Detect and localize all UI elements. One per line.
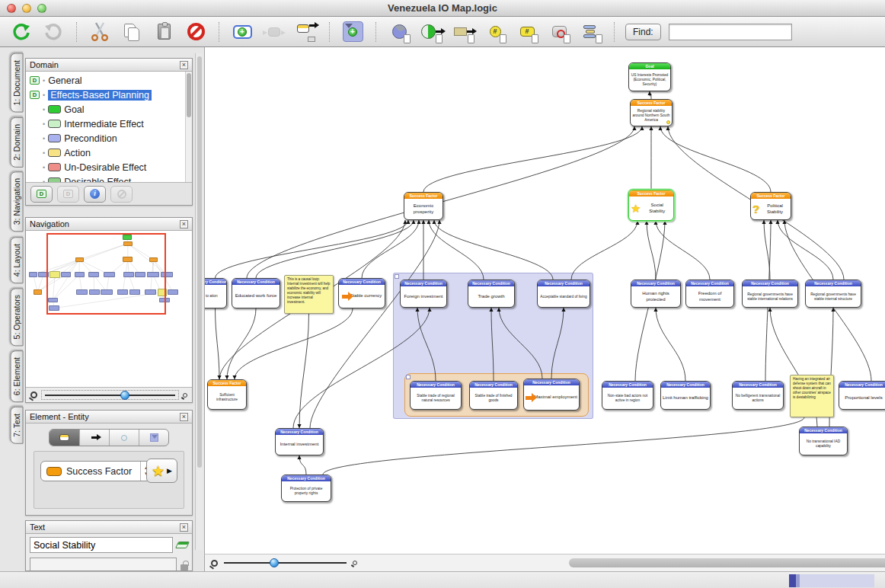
close-icon[interactable]: × bbox=[180, 61, 188, 69]
minimap-viewport[interactable] bbox=[46, 233, 166, 315]
arrow-icon bbox=[436, 30, 442, 33]
node-nc-currency[interactable]: Necessary ConditionStable currency bbox=[338, 278, 385, 308]
copy-button[interactable] bbox=[120, 21, 144, 43]
add-entity-button[interactable]: + bbox=[230, 21, 254, 43]
domain-tree-item[interactable]: •Precondition bbox=[26, 131, 192, 145]
add-domain-button[interactable]: D bbox=[30, 186, 53, 203]
node-nc-non-state[interactable]: Necessary ConditionNon-state bad actors … bbox=[602, 381, 653, 410]
domain-tree-item[interactable]: D•Effects-Based Planning bbox=[26, 88, 192, 102]
node-nc-internal[interactable]: Necessary ConditionInternal investment bbox=[275, 428, 324, 455]
close-icon[interactable]: × bbox=[180, 413, 188, 421]
marker-dot bbox=[666, 120, 670, 124]
edit-text-icon[interactable] bbox=[175, 542, 190, 548]
canvas-zoom-slider[interactable] bbox=[222, 558, 348, 568]
pie-report-button[interactable] bbox=[387, 21, 411, 43]
transform-entity-button[interactable] bbox=[294, 21, 318, 43]
domain-tree-scrollbar[interactable] bbox=[185, 72, 192, 182]
select-tool-button[interactable]: + bbox=[340, 21, 365, 43]
redo-button[interactable] bbox=[41, 21, 65, 43]
sidebar-tab-layout[interactable]: 4: Layout bbox=[11, 237, 24, 283]
node-nc-traffick[interactable]: Necessary ConditionLimit human trafficki… bbox=[660, 381, 711, 410]
node-nc-no-trans[interactable]: Necessary ConditionNo transnational IAD … bbox=[799, 427, 848, 455]
domain-tree-item[interactable]: •Intermediate Effect bbox=[26, 117, 192, 131]
node-nc-standard[interactable]: Necessary ConditionAcceptable standard o… bbox=[537, 280, 590, 308]
domain-info-button[interactable]: i bbox=[84, 186, 106, 203]
tab-region[interactable] bbox=[139, 430, 168, 446]
node-sf-economic[interactable]: Success FactorEconomic prosperity bbox=[404, 192, 443, 220]
node-label: Stable trade of finished goods bbox=[470, 388, 517, 409]
node-nc-trade-fin[interactable]: Necessary ConditionStable trade of finis… bbox=[469, 381, 518, 410]
domain-tree-item[interactable]: •Un-Desirable Effect bbox=[26, 160, 192, 174]
node-nc-maximal[interactable]: Necessary ConditionMaximal employment bbox=[523, 379, 580, 411]
zoom-out-icon[interactable] bbox=[211, 560, 218, 567]
entity-report-button[interactable] bbox=[419, 21, 443, 43]
scrollbar-thumb[interactable] bbox=[569, 558, 885, 567]
unlock-icon[interactable] bbox=[181, 564, 188, 570]
diagram-canvas[interactable]: GoalUS Interests Promoted (Economic, Pol… bbox=[204, 47, 885, 554]
number-box-button[interactable]: # bbox=[515, 21, 539, 43]
duplicate-domain-button[interactable]: D bbox=[57, 186, 79, 203]
node-note-iad[interactable]: Having an integrated air defense system … bbox=[790, 375, 834, 417]
entity-type-select[interactable]: Success Factor ▲▼ bbox=[40, 461, 152, 481]
node-nc-education[interactable]: Necessary Conditionnted to ation bbox=[204, 278, 227, 308]
node-nc-proportional[interactable]: Necessary ConditionProportional levels bbox=[839, 381, 885, 410]
minimap[interactable] bbox=[26, 231, 192, 388]
domain-tree-item[interactable]: •Action bbox=[26, 145, 192, 160]
node-nc-trade-nat[interactable]: Necessary ConditionStable trade of regio… bbox=[410, 381, 462, 410]
node-nc-trade[interactable]: Necessary ConditionTrade growth bbox=[468, 280, 515, 308]
node-sf-regional[interactable]: Success FactorRegional stability around … bbox=[630, 99, 673, 126]
number-circle-button[interactable]: # bbox=[483, 21, 507, 43]
node-nc-reg-intl[interactable]: Necessary ConditionRegional governments … bbox=[742, 280, 798, 308]
node-nc-protection[interactable]: Necessary ConditionProtection of private… bbox=[281, 475, 331, 502]
find-input[interactable] bbox=[669, 24, 792, 40]
sidebar-tab-document[interactable]: 1: Document bbox=[11, 53, 24, 113]
cut-button[interactable] bbox=[88, 21, 112, 43]
tab-point[interactable] bbox=[109, 430, 139, 446]
element-notes-input[interactable] bbox=[30, 558, 177, 571]
zoom-in-icon[interactable] bbox=[353, 561, 357, 565]
sidebar-tab-element[interactable]: 6: Element bbox=[11, 350, 24, 402]
node-nc-belligerent[interactable]: Necessary ConditionNo belligerent transn… bbox=[732, 381, 784, 410]
sidebar-tab-text[interactable]: 7: Text bbox=[11, 407, 24, 444]
zoom-in-icon[interactable] bbox=[183, 393, 187, 398]
sidebar-tab-operators[interactable]: 5: Operators bbox=[11, 288, 24, 346]
node-nc-educated[interactable]: Necessary ConditionEducated work force bbox=[232, 278, 280, 308]
sidebar-tab-navigation[interactable]: 3: Navigation bbox=[11, 171, 24, 232]
icon-picker-button[interactable]: ★ ▶ bbox=[146, 459, 177, 483]
sidebar-scrollbar[interactable] bbox=[195, 53, 203, 550]
type-color-swatch bbox=[48, 120, 61, 128]
close-icon[interactable]: × bbox=[180, 220, 188, 228]
undo-button[interactable] bbox=[9, 21, 34, 43]
domain-tree-item[interactable]: •Desirable Effect bbox=[26, 174, 192, 183]
horizontal-scrollbar[interactable] bbox=[362, 558, 879, 568]
find-button[interactable]: Find: bbox=[625, 24, 661, 40]
tab-entity[interactable] bbox=[50, 430, 79, 446]
domain-panel: Domain × D•GeneralD•Effects-Based Planni… bbox=[25, 58, 193, 206]
entity-status-button[interactable] bbox=[547, 21, 571, 43]
add-connector-button[interactable] bbox=[262, 21, 286, 43]
node-goal[interactable]: GoalUS Interests Promoted (Economic, Pol… bbox=[628, 62, 671, 91]
sidebar-tab-domain[interactable]: 2: Domain bbox=[11, 117, 24, 168]
node-nc-human-rights[interactable]: Necessary ConditionHuman rights protecte… bbox=[631, 280, 681, 308]
domain-panel-title: Domain bbox=[30, 60, 59, 69]
node-sf-political[interactable]: Success Factor?Political Stability bbox=[750, 192, 791, 220]
action-report-button[interactable] bbox=[451, 21, 475, 43]
domain-tree-item[interactable]: •Goal bbox=[26, 102, 192, 117]
domain-tree-item[interactable]: D•General bbox=[26, 73, 192, 88]
tab-connector[interactable] bbox=[79, 430, 109, 446]
minimap-zoom-slider[interactable] bbox=[41, 390, 179, 400]
paste-button[interactable] bbox=[152, 21, 176, 43]
node-sf-sufficient[interactable]: Success FactorSufficient infrastructure bbox=[207, 379, 247, 410]
node-note-causal[interactable]: This is a causal loop: Internal investme… bbox=[284, 275, 334, 314]
disable-domain-button[interactable] bbox=[110, 186, 133, 203]
element-text-input[interactable] bbox=[30, 537, 173, 553]
tree-item-label: Un-Desirable Effect bbox=[64, 162, 146, 173]
close-icon[interactable]: × bbox=[180, 523, 188, 532]
node-nc-foreign[interactable]: Necessary ConditionForeign investment bbox=[400, 280, 447, 308]
outline-report-button[interactable] bbox=[579, 21, 603, 43]
node-nc-freedom[interactable]: Necessary ConditionFreedom of movement bbox=[685, 280, 734, 308]
node-nc-reg-internal[interactable]: Necessary ConditionRegional governments … bbox=[805, 280, 861, 308]
node-sf-social[interactable]: Success Factor★Social Stability bbox=[628, 190, 674, 221]
zoom-out-icon[interactable] bbox=[30, 391, 37, 398]
delete-button[interactable] bbox=[184, 21, 208, 43]
